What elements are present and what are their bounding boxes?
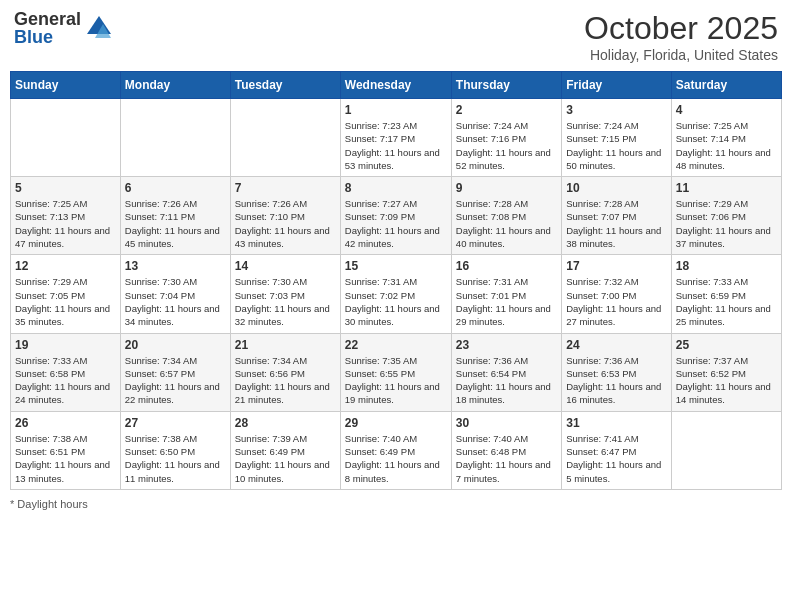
calendar-day-cell: 24Sunrise: 7:36 AMSunset: 6:53 PMDayligh… bbox=[562, 333, 671, 411]
calendar-day-cell: 23Sunrise: 7:36 AMSunset: 6:54 PMDayligh… bbox=[451, 333, 561, 411]
day-number: 21 bbox=[235, 338, 336, 352]
calendar-day-cell: 25Sunrise: 7:37 AMSunset: 6:52 PMDayligh… bbox=[671, 333, 781, 411]
day-info: Sunrise: 7:29 AMSunset: 7:06 PMDaylight:… bbox=[676, 197, 777, 250]
logo: General Blue bbox=[14, 10, 113, 46]
calendar-week-row: 1Sunrise: 7:23 AMSunset: 7:17 PMDaylight… bbox=[11, 99, 782, 177]
calendar-week-row: 26Sunrise: 7:38 AMSunset: 6:51 PMDayligh… bbox=[11, 411, 782, 489]
day-number: 7 bbox=[235, 181, 336, 195]
day-info: Sunrise: 7:36 AMSunset: 6:53 PMDaylight:… bbox=[566, 354, 666, 407]
weekday-header-cell: Friday bbox=[562, 72, 671, 99]
calendar-day-cell: 28Sunrise: 7:39 AMSunset: 6:49 PMDayligh… bbox=[230, 411, 340, 489]
calendar-week-row: 19Sunrise: 7:33 AMSunset: 6:58 PMDayligh… bbox=[11, 333, 782, 411]
logo-text: General Blue bbox=[14, 10, 81, 46]
day-number: 14 bbox=[235, 259, 336, 273]
logo-icon bbox=[85, 14, 113, 42]
calendar-day-cell: 29Sunrise: 7:40 AMSunset: 6:49 PMDayligh… bbox=[340, 411, 451, 489]
day-info: Sunrise: 7:38 AMSunset: 6:50 PMDaylight:… bbox=[125, 432, 226, 485]
calendar-day-cell bbox=[230, 99, 340, 177]
day-info: Sunrise: 7:40 AMSunset: 6:48 PMDaylight:… bbox=[456, 432, 557, 485]
day-number: 25 bbox=[676, 338, 777, 352]
day-info: Sunrise: 7:31 AMSunset: 7:02 PMDaylight:… bbox=[345, 275, 447, 328]
day-info: Sunrise: 7:30 AMSunset: 7:04 PMDaylight:… bbox=[125, 275, 226, 328]
day-info: Sunrise: 7:26 AMSunset: 7:11 PMDaylight:… bbox=[125, 197, 226, 250]
day-info: Sunrise: 7:28 AMSunset: 7:08 PMDaylight:… bbox=[456, 197, 557, 250]
day-number: 3 bbox=[566, 103, 666, 117]
calendar-day-cell: 16Sunrise: 7:31 AMSunset: 7:01 PMDayligh… bbox=[451, 255, 561, 333]
day-info: Sunrise: 7:34 AMSunset: 6:57 PMDaylight:… bbox=[125, 354, 226, 407]
day-number: 29 bbox=[345, 416, 447, 430]
day-info: Sunrise: 7:27 AMSunset: 7:09 PMDaylight:… bbox=[345, 197, 447, 250]
calendar-table: SundayMondayTuesdayWednesdayThursdayFrid… bbox=[10, 71, 782, 490]
footer-note: * Daylight hours bbox=[10, 498, 782, 510]
calendar-day-cell: 19Sunrise: 7:33 AMSunset: 6:58 PMDayligh… bbox=[11, 333, 121, 411]
day-number: 23 bbox=[456, 338, 557, 352]
day-number: 18 bbox=[676, 259, 777, 273]
calendar-day-cell: 15Sunrise: 7:31 AMSunset: 7:02 PMDayligh… bbox=[340, 255, 451, 333]
calendar-day-cell: 13Sunrise: 7:30 AMSunset: 7:04 PMDayligh… bbox=[120, 255, 230, 333]
day-info: Sunrise: 7:38 AMSunset: 6:51 PMDaylight:… bbox=[15, 432, 116, 485]
calendar-day-cell: 2Sunrise: 7:24 AMSunset: 7:16 PMDaylight… bbox=[451, 99, 561, 177]
day-number: 4 bbox=[676, 103, 777, 117]
title-block: October 2025 Holiday, Florida, United St… bbox=[584, 10, 778, 63]
calendar-day-cell: 5Sunrise: 7:25 AMSunset: 7:13 PMDaylight… bbox=[11, 177, 121, 255]
day-info: Sunrise: 7:24 AMSunset: 7:16 PMDaylight:… bbox=[456, 119, 557, 172]
day-info: Sunrise: 7:37 AMSunset: 6:52 PMDaylight:… bbox=[676, 354, 777, 407]
calendar-day-cell: 8Sunrise: 7:27 AMSunset: 7:09 PMDaylight… bbox=[340, 177, 451, 255]
weekday-header-cell: Monday bbox=[120, 72, 230, 99]
logo-blue: Blue bbox=[14, 28, 81, 46]
calendar-day-cell: 6Sunrise: 7:26 AMSunset: 7:11 PMDaylight… bbox=[120, 177, 230, 255]
day-number: 17 bbox=[566, 259, 666, 273]
day-info: Sunrise: 7:29 AMSunset: 7:05 PMDaylight:… bbox=[15, 275, 116, 328]
day-info: Sunrise: 7:23 AMSunset: 7:17 PMDaylight:… bbox=[345, 119, 447, 172]
day-number: 9 bbox=[456, 181, 557, 195]
calendar-day-cell: 17Sunrise: 7:32 AMSunset: 7:00 PMDayligh… bbox=[562, 255, 671, 333]
calendar-day-cell: 10Sunrise: 7:28 AMSunset: 7:07 PMDayligh… bbox=[562, 177, 671, 255]
calendar-day-cell bbox=[11, 99, 121, 177]
day-number: 20 bbox=[125, 338, 226, 352]
calendar-day-cell: 4Sunrise: 7:25 AMSunset: 7:14 PMDaylight… bbox=[671, 99, 781, 177]
day-number: 30 bbox=[456, 416, 557, 430]
day-info: Sunrise: 7:31 AMSunset: 7:01 PMDaylight:… bbox=[456, 275, 557, 328]
logo-general: General bbox=[14, 10, 81, 28]
calendar-day-cell: 21Sunrise: 7:34 AMSunset: 6:56 PMDayligh… bbox=[230, 333, 340, 411]
day-number: 10 bbox=[566, 181, 666, 195]
day-info: Sunrise: 7:25 AMSunset: 7:13 PMDaylight:… bbox=[15, 197, 116, 250]
weekday-header-cell: Thursday bbox=[451, 72, 561, 99]
day-info: Sunrise: 7:32 AMSunset: 7:00 PMDaylight:… bbox=[566, 275, 666, 328]
calendar-day-cell bbox=[671, 411, 781, 489]
calendar-day-cell: 27Sunrise: 7:38 AMSunset: 6:50 PMDayligh… bbox=[120, 411, 230, 489]
day-number: 11 bbox=[676, 181, 777, 195]
day-number: 24 bbox=[566, 338, 666, 352]
weekday-header-cell: Sunday bbox=[11, 72, 121, 99]
daylight-label: Daylight hours bbox=[17, 498, 87, 510]
day-info: Sunrise: 7:41 AMSunset: 6:47 PMDaylight:… bbox=[566, 432, 666, 485]
day-info: Sunrise: 7:28 AMSunset: 7:07 PMDaylight:… bbox=[566, 197, 666, 250]
calendar-day-cell: 14Sunrise: 7:30 AMSunset: 7:03 PMDayligh… bbox=[230, 255, 340, 333]
calendar-day-cell: 20Sunrise: 7:34 AMSunset: 6:57 PMDayligh… bbox=[120, 333, 230, 411]
day-number: 5 bbox=[15, 181, 116, 195]
location: Holiday, Florida, United States bbox=[584, 47, 778, 63]
calendar-week-row: 12Sunrise: 7:29 AMSunset: 7:05 PMDayligh… bbox=[11, 255, 782, 333]
day-info: Sunrise: 7:24 AMSunset: 7:15 PMDaylight:… bbox=[566, 119, 666, 172]
day-number: 6 bbox=[125, 181, 226, 195]
day-number: 13 bbox=[125, 259, 226, 273]
calendar-day-cell: 26Sunrise: 7:38 AMSunset: 6:51 PMDayligh… bbox=[11, 411, 121, 489]
calendar-day-cell: 3Sunrise: 7:24 AMSunset: 7:15 PMDaylight… bbox=[562, 99, 671, 177]
day-info: Sunrise: 7:34 AMSunset: 6:56 PMDaylight:… bbox=[235, 354, 336, 407]
day-number: 19 bbox=[15, 338, 116, 352]
calendar-body: 1Sunrise: 7:23 AMSunset: 7:17 PMDaylight… bbox=[11, 99, 782, 490]
day-number: 1 bbox=[345, 103, 447, 117]
day-info: Sunrise: 7:36 AMSunset: 6:54 PMDaylight:… bbox=[456, 354, 557, 407]
day-info: Sunrise: 7:33 AMSunset: 6:58 PMDaylight:… bbox=[15, 354, 116, 407]
calendar-day-cell: 1Sunrise: 7:23 AMSunset: 7:17 PMDaylight… bbox=[340, 99, 451, 177]
day-info: Sunrise: 7:35 AMSunset: 6:55 PMDaylight:… bbox=[345, 354, 447, 407]
calendar-day-cell: 22Sunrise: 7:35 AMSunset: 6:55 PMDayligh… bbox=[340, 333, 451, 411]
day-number: 26 bbox=[15, 416, 116, 430]
month-title: October 2025 bbox=[584, 10, 778, 47]
day-number: 22 bbox=[345, 338, 447, 352]
day-info: Sunrise: 7:26 AMSunset: 7:10 PMDaylight:… bbox=[235, 197, 336, 250]
weekday-header-row: SundayMondayTuesdayWednesdayThursdayFrid… bbox=[11, 72, 782, 99]
calendar-day-cell: 18Sunrise: 7:33 AMSunset: 6:59 PMDayligh… bbox=[671, 255, 781, 333]
calendar-day-cell: 12Sunrise: 7:29 AMSunset: 7:05 PMDayligh… bbox=[11, 255, 121, 333]
calendar-day-cell: 9Sunrise: 7:28 AMSunset: 7:08 PMDaylight… bbox=[451, 177, 561, 255]
